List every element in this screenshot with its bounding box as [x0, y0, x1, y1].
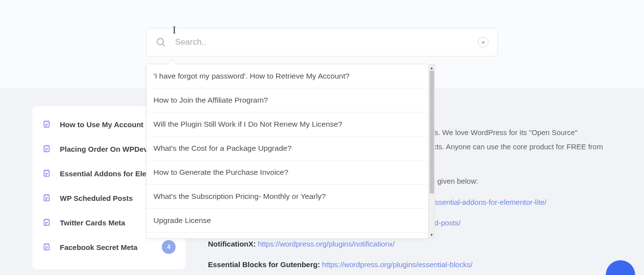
search-bar: ✕	[146, 28, 498, 56]
product-link[interactable]: https://wordpress.org/plugins/notificati…	[258, 240, 395, 248]
scroll-thumb[interactable]	[430, 71, 434, 193]
doc-icon	[42, 193, 51, 202]
doc-icon	[42, 169, 51, 178]
search-icon	[155, 37, 166, 48]
doc-icon	[42, 218, 51, 227]
count-badge: 4	[162, 240, 176, 254]
scroll-down-icon[interactable]: ▼	[429, 232, 435, 238]
suggestion-item[interactable]: How to Join the Affiliate Program?	[147, 88, 428, 112]
product-link[interactable]: /essential-addons-for-elementor-lite/	[429, 198, 546, 206]
product-name: Essential Blocks for Gutenberg:	[208, 260, 320, 269]
content-text: re given below:	[429, 177, 478, 185]
suggestion-item[interactable]: Upgrade License	[147, 209, 428, 233]
close-icon: ✕	[481, 40, 485, 45]
content-text: ucts. Anyone can use the core product fo…	[429, 142, 603, 151]
scrollbar[interactable]: ▲ ▼	[428, 64, 435, 238]
doc-icon	[42, 120, 51, 129]
suggestion-item[interactable]: 'I have forgot my password'. How to Retr…	[147, 64, 428, 88]
svg-line-1	[162, 44, 164, 46]
scroll-up-icon[interactable]: ▲	[429, 65, 435, 71]
suggestion-item[interactable]: What's the Cost for a Package Upgrade?	[147, 137, 428, 161]
doc-icon	[42, 243, 51, 251]
sidebar-item-label: Twitter Cards Meta	[60, 219, 125, 227]
sidebar-item-label: Essential Addons for Elem	[60, 169, 153, 178]
sidebar-item-label: WP Scheduled Posts	[60, 194, 133, 202]
suggestion-item[interactable]: What's the Subscription Pricing- Monthly…	[147, 185, 428, 209]
search-input[interactable]	[175, 37, 478, 47]
doc-icon	[42, 144, 51, 153]
search-suggestions-dropdown: 'I have forgot my password'. How to Retr…	[146, 64, 429, 239]
product-link[interactable]: https://wordpress.org/plugins/essential-…	[322, 260, 473, 269]
product-name: NotificationX:	[208, 240, 256, 248]
sidebar-item-label: Facebook Secret Meta	[60, 243, 137, 251]
suggestion-item[interactable]: Will the Plugin Still Work if I Do Not R…	[147, 112, 428, 137]
suggestion-item[interactable]: How to Generate the Purchase Invoice?	[147, 161, 428, 185]
clear-search-button[interactable]: ✕	[478, 37, 489, 48]
sidebar-item-label: Placing Order On WPDevel	[60, 145, 154, 153]
sidebar-item-label: How to Use My Account	[60, 120, 143, 129]
content-text: cts. We love WordPress for its "Open Sou…	[429, 128, 578, 137]
